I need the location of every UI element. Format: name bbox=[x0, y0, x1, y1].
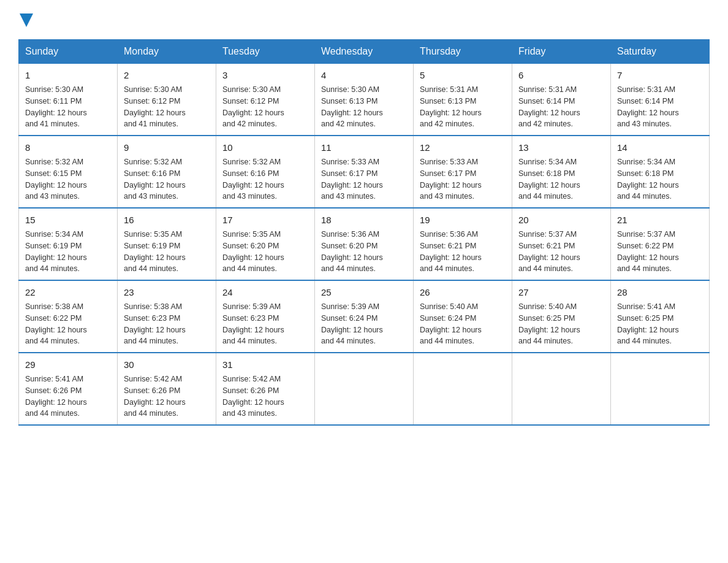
calendar-day-cell: 25Sunrise: 5:39 AMSunset: 6:24 PMDayligh… bbox=[315, 280, 414, 353]
calendar-day-cell: 2Sunrise: 5:30 AMSunset: 6:12 PMDaylight… bbox=[118, 64, 216, 136]
calendar-day-cell: 24Sunrise: 5:39 AMSunset: 6:23 PMDayligh… bbox=[216, 280, 315, 353]
day-info: Sunrise: 5:32 AMSunset: 6:16 PMDaylight:… bbox=[124, 158, 186, 201]
page-header bbox=[18, 12, 710, 27]
day-number: 22 bbox=[25, 286, 111, 299]
day-info: Sunrise: 5:38 AMSunset: 6:23 PMDaylight:… bbox=[124, 302, 186, 345]
day-info: Sunrise: 5:34 AMSunset: 6:18 PMDaylight:… bbox=[518, 158, 580, 201]
day-info: Sunrise: 5:36 AMSunset: 6:20 PMDaylight:… bbox=[321, 230, 383, 273]
weekday-header-row: SundayMondayTuesdayWednesdayThursdayFrid… bbox=[19, 40, 710, 64]
day-number: 7 bbox=[617, 69, 703, 82]
day-number: 12 bbox=[420, 141, 506, 154]
calendar-day-cell: 20Sunrise: 5:37 AMSunset: 6:21 PMDayligh… bbox=[512, 208, 611, 280]
day-info: Sunrise: 5:35 AMSunset: 6:19 PMDaylight:… bbox=[124, 230, 186, 273]
calendar-day-cell: 18Sunrise: 5:36 AMSunset: 6:20 PMDayligh… bbox=[315, 208, 414, 280]
calendar-day-cell: 11Sunrise: 5:33 AMSunset: 6:17 PMDayligh… bbox=[315, 136, 414, 208]
svg-marker-0 bbox=[20, 13, 33, 27]
day-number: 29 bbox=[25, 358, 111, 371]
calendar-day-cell: 8Sunrise: 5:32 AMSunset: 6:15 PMDaylight… bbox=[19, 136, 118, 208]
calendar-day-cell: 17Sunrise: 5:35 AMSunset: 6:20 PMDayligh… bbox=[216, 208, 315, 280]
calendar-day-cell: 21Sunrise: 5:37 AMSunset: 6:22 PMDayligh… bbox=[611, 208, 710, 280]
day-info: Sunrise: 5:35 AMSunset: 6:20 PMDaylight:… bbox=[222, 230, 284, 273]
logo-triangle-icon bbox=[20, 13, 33, 27]
day-info: Sunrise: 5:41 AMSunset: 6:26 PMDaylight:… bbox=[25, 375, 87, 418]
calendar-day-cell: 3Sunrise: 5:30 AMSunset: 6:12 PMDaylight… bbox=[216, 64, 315, 136]
weekday-header-cell: Tuesday bbox=[216, 40, 315, 64]
day-info: Sunrise: 5:41 AMSunset: 6:25 PMDaylight:… bbox=[617, 302, 679, 345]
day-info: Sunrise: 5:34 AMSunset: 6:19 PMDaylight:… bbox=[25, 230, 87, 273]
day-info: Sunrise: 5:37 AMSunset: 6:22 PMDaylight:… bbox=[617, 230, 679, 273]
day-info: Sunrise: 5:34 AMSunset: 6:18 PMDaylight:… bbox=[617, 158, 679, 201]
day-number: 18 bbox=[321, 213, 407, 226]
day-number: 3 bbox=[222, 69, 308, 82]
calendar-day-cell: 19Sunrise: 5:36 AMSunset: 6:21 PMDayligh… bbox=[414, 208, 512, 280]
calendar-day-cell bbox=[315, 353, 414, 425]
calendar-week-row: 15Sunrise: 5:34 AMSunset: 6:19 PMDayligh… bbox=[19, 208, 710, 280]
calendar-day-cell: 27Sunrise: 5:40 AMSunset: 6:25 PMDayligh… bbox=[512, 280, 611, 353]
day-number: 8 bbox=[25, 141, 111, 154]
calendar-week-row: 29Sunrise: 5:41 AMSunset: 6:26 PMDayligh… bbox=[19, 353, 710, 425]
day-number: 27 bbox=[518, 286, 604, 299]
day-info: Sunrise: 5:31 AMSunset: 6:14 PMDaylight:… bbox=[518, 85, 580, 128]
day-number: 16 bbox=[124, 213, 210, 226]
calendar-week-row: 22Sunrise: 5:38 AMSunset: 6:22 PMDayligh… bbox=[19, 280, 710, 353]
day-number: 11 bbox=[321, 141, 407, 154]
calendar-day-cell bbox=[611, 353, 710, 425]
day-info: Sunrise: 5:30 AMSunset: 6:12 PMDaylight:… bbox=[124, 85, 186, 128]
day-number: 23 bbox=[124, 286, 210, 299]
day-number: 20 bbox=[518, 213, 604, 226]
day-info: Sunrise: 5:36 AMSunset: 6:21 PMDaylight:… bbox=[420, 230, 482, 273]
calendar-table: SundayMondayTuesdayWednesdayThursdayFrid… bbox=[18, 39, 710, 426]
day-number: 24 bbox=[222, 286, 308, 299]
day-number: 5 bbox=[420, 69, 506, 82]
day-info: Sunrise: 5:30 AMSunset: 6:12 PMDaylight:… bbox=[222, 85, 284, 128]
day-info: Sunrise: 5:42 AMSunset: 6:26 PMDaylight:… bbox=[222, 375, 284, 418]
calendar-day-cell: 4Sunrise: 5:30 AMSunset: 6:13 PMDaylight… bbox=[315, 64, 414, 136]
calendar-week-row: 8Sunrise: 5:32 AMSunset: 6:15 PMDaylight… bbox=[19, 136, 710, 208]
day-info: Sunrise: 5:33 AMSunset: 6:17 PMDaylight:… bbox=[420, 158, 482, 201]
calendar-day-cell: 12Sunrise: 5:33 AMSunset: 6:17 PMDayligh… bbox=[414, 136, 512, 208]
day-number: 4 bbox=[321, 69, 407, 82]
day-number: 1 bbox=[25, 69, 111, 82]
day-number: 19 bbox=[420, 213, 506, 226]
calendar-day-cell: 29Sunrise: 5:41 AMSunset: 6:26 PMDayligh… bbox=[19, 353, 118, 425]
calendar-body: 1Sunrise: 5:30 AMSunset: 6:11 PMDaylight… bbox=[19, 64, 710, 426]
logo bbox=[18, 12, 33, 27]
day-info: Sunrise: 5:40 AMSunset: 6:24 PMDaylight:… bbox=[420, 302, 482, 345]
day-number: 31 bbox=[222, 358, 308, 371]
calendar-day-cell bbox=[512, 353, 611, 425]
calendar-day-cell: 5Sunrise: 5:31 AMSunset: 6:13 PMDaylight… bbox=[414, 64, 512, 136]
day-number: 26 bbox=[420, 286, 506, 299]
calendar-day-cell: 10Sunrise: 5:32 AMSunset: 6:16 PMDayligh… bbox=[216, 136, 315, 208]
day-info: Sunrise: 5:33 AMSunset: 6:17 PMDaylight:… bbox=[321, 158, 383, 201]
day-number: 21 bbox=[617, 213, 703, 226]
calendar-day-cell: 9Sunrise: 5:32 AMSunset: 6:16 PMDaylight… bbox=[118, 136, 216, 208]
calendar-day-cell: 16Sunrise: 5:35 AMSunset: 6:19 PMDayligh… bbox=[118, 208, 216, 280]
weekday-header-cell: Wednesday bbox=[315, 40, 414, 64]
day-info: Sunrise: 5:38 AMSunset: 6:22 PMDaylight:… bbox=[25, 302, 87, 345]
day-info: Sunrise: 5:42 AMSunset: 6:26 PMDaylight:… bbox=[124, 375, 186, 418]
day-info: Sunrise: 5:39 AMSunset: 6:23 PMDaylight:… bbox=[222, 302, 284, 345]
day-number: 28 bbox=[617, 286, 703, 299]
weekday-header-cell: Saturday bbox=[611, 40, 710, 64]
calendar-day-cell: 13Sunrise: 5:34 AMSunset: 6:18 PMDayligh… bbox=[512, 136, 611, 208]
calendar-day-cell: 28Sunrise: 5:41 AMSunset: 6:25 PMDayligh… bbox=[611, 280, 710, 353]
day-number: 2 bbox=[124, 69, 210, 82]
day-info: Sunrise: 5:39 AMSunset: 6:24 PMDaylight:… bbox=[321, 302, 383, 345]
calendar-day-cell bbox=[414, 353, 512, 425]
calendar-day-cell: 23Sunrise: 5:38 AMSunset: 6:23 PMDayligh… bbox=[118, 280, 216, 353]
day-info: Sunrise: 5:31 AMSunset: 6:13 PMDaylight:… bbox=[420, 85, 482, 128]
calendar-day-cell: 30Sunrise: 5:42 AMSunset: 6:26 PMDayligh… bbox=[118, 353, 216, 425]
calendar-week-row: 1Sunrise: 5:30 AMSunset: 6:11 PMDaylight… bbox=[19, 64, 710, 136]
calendar-day-cell: 1Sunrise: 5:30 AMSunset: 6:11 PMDaylight… bbox=[19, 64, 118, 136]
day-number: 13 bbox=[518, 141, 604, 154]
day-info: Sunrise: 5:37 AMSunset: 6:21 PMDaylight:… bbox=[518, 230, 580, 273]
calendar-day-cell: 31Sunrise: 5:42 AMSunset: 6:26 PMDayligh… bbox=[216, 353, 315, 425]
weekday-header-cell: Sunday bbox=[19, 40, 118, 64]
day-info: Sunrise: 5:40 AMSunset: 6:25 PMDaylight:… bbox=[518, 302, 580, 345]
calendar-day-cell: 26Sunrise: 5:40 AMSunset: 6:24 PMDayligh… bbox=[414, 280, 512, 353]
calendar-day-cell: 6Sunrise: 5:31 AMSunset: 6:14 PMDaylight… bbox=[512, 64, 611, 136]
calendar-day-cell: 7Sunrise: 5:31 AMSunset: 6:14 PMDaylight… bbox=[611, 64, 710, 136]
day-number: 15 bbox=[25, 213, 111, 226]
weekday-header-cell: Monday bbox=[118, 40, 216, 64]
day-number: 10 bbox=[222, 141, 308, 154]
